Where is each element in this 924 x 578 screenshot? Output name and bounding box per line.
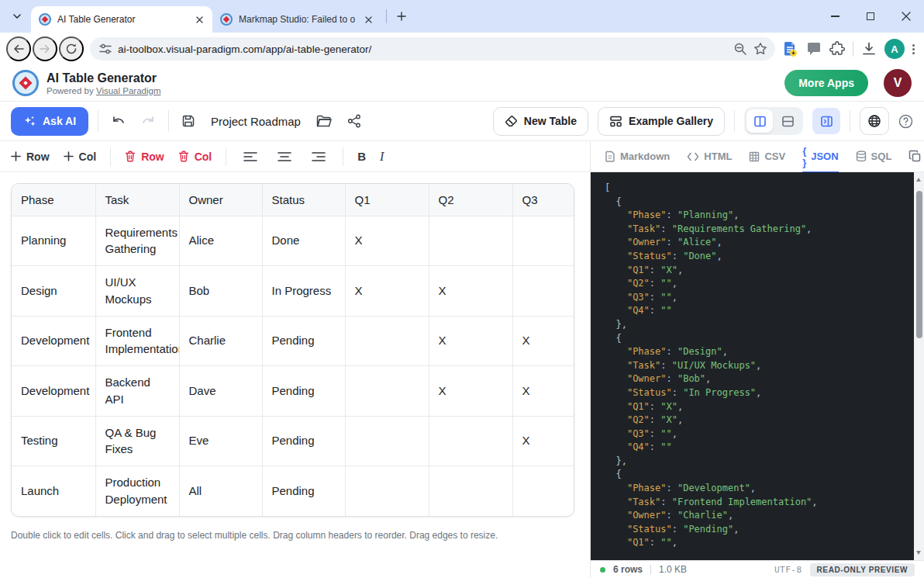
- column-header[interactable]: Q3: [512, 184, 574, 216]
- tab-json[interactable]: { }JSON: [802, 141, 838, 172]
- table-cell[interactable]: UI/UX Mockups: [95, 266, 179, 317]
- table-cell[interactable]: Pending: [262, 466, 345, 516]
- ask-ai-button[interactable]: Ask AI: [11, 107, 88, 136]
- table-cell[interactable]: Charlie: [179, 316, 262, 366]
- tab-html[interactable]: HTML: [687, 141, 732, 172]
- add-col-button[interactable]: Col: [64, 151, 97, 163]
- table-cell[interactable]: QA & Bug Fixes: [95, 416, 179, 466]
- table-cell[interactable]: Pending: [262, 366, 345, 417]
- column-header[interactable]: Owner: [179, 184, 262, 216]
- align-left-button[interactable]: [240, 148, 260, 165]
- forward-button[interactable]: [33, 36, 57, 61]
- extensions-puzzle-icon[interactable]: [829, 41, 845, 57]
- tab-close-button[interactable]: [361, 12, 375, 26]
- column-header[interactable]: Q1: [345, 184, 429, 216]
- table-cell[interactable]: [345, 366, 429, 417]
- split-vertical-button[interactable]: [746, 109, 773, 133]
- comment-bubble-icon[interactable]: [806, 42, 822, 57]
- toggle-right-panel-button[interactable]: [812, 108, 840, 134]
- table-cell[interactable]: X: [512, 366, 574, 417]
- undo-button[interactable]: [108, 112, 129, 130]
- table-cell[interactable]: [345, 466, 429, 516]
- tab-csv[interactable]: CSV: [749, 141, 785, 172]
- table-cell[interactable]: Eve: [179, 416, 262, 466]
- table-row[interactable]: DesignUI/UX MockupsBobIn ProgressXX: [12, 266, 574, 317]
- address-bar[interactable]: ai-toolbox.visual-paradigm.com/app/ai-ta…: [90, 37, 775, 61]
- table-row[interactable]: DevelopmentFrontend ImplementationCharli…: [12, 316, 574, 366]
- tab-search-button[interactable]: [6, 5, 28, 27]
- open-folder-button[interactable]: [313, 112, 335, 131]
- language-button[interactable]: [860, 107, 889, 135]
- table-cell[interactable]: Bob: [179, 266, 262, 317]
- table-cell[interactable]: X: [429, 366, 512, 417]
- table-cell[interactable]: Development: [12, 366, 95, 417]
- more-apps-button[interactable]: More Apps: [784, 70, 868, 96]
- table-row[interactable]: DevelopmentBackend APIDavePendingXX: [12, 366, 574, 417]
- table-cell[interactable]: Testing: [12, 416, 95, 466]
- table-cell[interactable]: [429, 416, 512, 466]
- table-row[interactable]: PlanningRequirements GatheringAliceDoneX: [12, 216, 574, 266]
- new-table-button[interactable]: New Table: [493, 107, 588, 136]
- table-row[interactable]: TestingQA & Bug FixesEvePendingX: [12, 416, 574, 466]
- table-cell[interactable]: [429, 466, 512, 516]
- scrollbar-down-arrow-icon[interactable]: [916, 551, 921, 555]
- table-cell[interactable]: Pending: [262, 316, 345, 366]
- tab-close-button[interactable]: [192, 12, 206, 26]
- table-cell[interactable]: [345, 316, 429, 366]
- table-cell[interactable]: X: [512, 416, 574, 466]
- table-cell[interactable]: Launch: [12, 466, 95, 516]
- scrollbar-up-arrow-icon[interactable]: [916, 178, 921, 182]
- close-window-button[interactable]: [888, 0, 924, 33]
- code-scrollbar[interactable]: [914, 172, 924, 560]
- visual-paradigm-link[interactable]: Visual Paradigm: [96, 86, 161, 95]
- table-cell[interactable]: Pending: [262, 416, 345, 466]
- table-cell[interactable]: Backend API: [95, 366, 179, 417]
- site-info-icon[interactable]: [99, 43, 112, 54]
- table-cell[interactable]: Alice: [179, 216, 262, 266]
- table-cell[interactable]: Development: [12, 316, 95, 366]
- tab-sql[interactable]: SQL: [856, 141, 892, 172]
- column-header[interactable]: Status: [262, 184, 345, 216]
- italic-button[interactable]: I: [380, 150, 384, 164]
- bold-button[interactable]: B: [357, 150, 366, 163]
- align-center-button[interactable]: [274, 148, 295, 165]
- column-header[interactable]: Task: [95, 184, 179, 216]
- browser-profile-avatar[interactable]: A: [884, 39, 905, 59]
- column-header[interactable]: Q2: [429, 184, 512, 216]
- table-cell[interactable]: In Progress: [262, 266, 345, 317]
- downloads-icon[interactable]: [861, 41, 877, 57]
- table-cell[interactable]: All: [179, 466, 262, 516]
- tab-markdown[interactable]: Markdown: [605, 141, 670, 172]
- table-cell[interactable]: X: [429, 266, 512, 317]
- data-table[interactable]: PhaseTaskOwnerStatusQ1Q2Q3 PlanningRequi…: [12, 184, 574, 516]
- copy-icon[interactable]: [908, 150, 922, 163]
- browser-tab-inactive[interactable]: Markmap Studio: Failed to oper: [212, 6, 381, 33]
- table-cell[interactable]: X: [512, 316, 574, 366]
- maximize-button[interactable]: [853, 0, 888, 33]
- table-cell[interactable]: Design: [12, 266, 95, 317]
- code-content[interactable]: [ { "Phase": "Planning", "Task": "Requir…: [591, 172, 914, 560]
- table-header-row[interactable]: PhaseTaskOwnerStatusQ1Q2Q3: [12, 184, 574, 216]
- table-cell[interactable]: X: [345, 216, 429, 266]
- docs-extension-icon[interactable]: [781, 40, 798, 57]
- table-name[interactable]: Project Roadmap: [211, 115, 301, 128]
- save-button[interactable]: [178, 111, 198, 131]
- scrollbar-thumb[interactable]: [916, 191, 922, 338]
- new-tab-button[interactable]: [391, 6, 412, 26]
- browser-menu-icon[interactable]: [912, 44, 915, 54]
- table-cell[interactable]: X: [429, 316, 512, 366]
- redo-button[interactable]: [138, 112, 159, 130]
- add-row-button[interactable]: Row: [11, 151, 50, 163]
- table-cell[interactable]: [512, 216, 574, 266]
- url-text[interactable]: ai-toolbox.visual-paradigm.com/app/ai-ta…: [118, 43, 727, 55]
- table-cell[interactable]: Done: [262, 216, 345, 266]
- share-button[interactable]: [344, 111, 364, 131]
- table-cell[interactable]: Planning: [12, 216, 95, 266]
- table-cell[interactable]: [512, 266, 574, 317]
- back-button[interactable]: [6, 36, 31, 61]
- user-avatar[interactable]: V: [884, 69, 912, 97]
- reload-button[interactable]: [59, 36, 84, 61]
- table-cell[interactable]: Requirements Gathering: [95, 216, 179, 266]
- table-cell[interactable]: Production Deployment: [95, 466, 179, 516]
- column-header[interactable]: Phase: [12, 184, 95, 216]
